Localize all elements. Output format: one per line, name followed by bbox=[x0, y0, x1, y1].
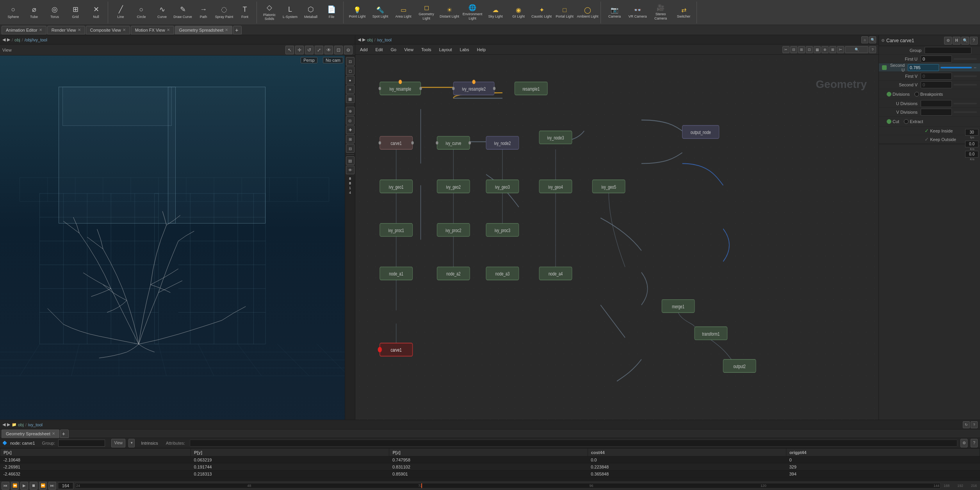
nav-back-btn[interactable]: ◀ bbox=[2, 37, 5, 42]
spreadsheet-group-input[interactable] bbox=[58, 440, 105, 447]
tab-animation-editor[interactable]: Animation Editor ✕ bbox=[2, 26, 46, 34]
tab-geometry-spreadsheet-close[interactable]: ✕ bbox=[225, 28, 228, 32]
circle-tool[interactable]: ○ Circle bbox=[131, 2, 151, 23]
select-tool-btn[interactable]: ↖ bbox=[285, 46, 294, 54]
rotate-tool-btn[interactable]: ↺ bbox=[305, 46, 314, 54]
lighting-btn[interactable]: ☀ bbox=[346, 85, 355, 94]
breakpoints-radio[interactable] bbox=[914, 92, 919, 97]
table-row[interactable]: -2.26981 0.191744 0.831102 0.223848 329 bbox=[0, 463, 980, 470]
timeline-stop-btn[interactable]: ⏹ bbox=[30, 482, 37, 490]
display-mode-btn[interactable]: ⊡ bbox=[346, 57, 355, 66]
col-origpt[interactable]: origpt44 bbox=[786, 449, 980, 456]
node-tool-7[interactable]: ⊠ bbox=[829, 46, 836, 53]
node-tool-3[interactable]: ⊞ bbox=[798, 46, 805, 53]
first-v-slider[interactable] bbox=[953, 75, 977, 77]
environment-light-tool[interactable]: 🌐 Environment Light bbox=[461, 2, 484, 23]
render-region-btn[interactable]: ▤ bbox=[346, 156, 355, 165]
tab-geometry-spreadsheet-bottom[interactable]: Geometry Spreadsheet ✕ bbox=[2, 429, 59, 438]
spreadsheet-help[interactable]: ? bbox=[971, 439, 978, 447]
line-tool[interactable]: ╱ Line bbox=[110, 2, 131, 23]
second-u-input[interactable] bbox=[908, 64, 939, 71]
col-py[interactable]: P[y] bbox=[191, 449, 389, 456]
grid-tool[interactable]: ⊞ Grid bbox=[65, 2, 86, 23]
menu-labs[interactable]: Labs bbox=[458, 46, 472, 53]
spreadsheet-view-dropdown[interactable]: ▼ bbox=[128, 439, 135, 447]
bottom-refresh-btn[interactable]: ↻ bbox=[963, 421, 970, 428]
node-help-btn[interactable]: ? bbox=[869, 46, 876, 53]
hud-btn[interactable]: ⊞ bbox=[346, 135, 355, 143]
keep-outside-check[interactable]: ✓ bbox=[925, 136, 929, 142]
timeline-play-btn[interactable]: ▶ bbox=[20, 482, 28, 490]
bottom-nav-back[interactable]: ◀ bbox=[2, 422, 5, 427]
menu-view[interactable]: View bbox=[402, 46, 416, 53]
table-row[interactable]: -2.10648 0.063219 0.747958 0.0 0 bbox=[0, 456, 980, 463]
node-home-btn[interactable]: ⌂ bbox=[861, 36, 868, 43]
node-search-btn[interactable]: 🔍 bbox=[869, 36, 876, 43]
path-tool[interactable]: → Path bbox=[193, 2, 214, 23]
stereo-camera-tool[interactable]: 🎥 Stereo Camera bbox=[649, 2, 672, 23]
bg-btn[interactable]: ▦ bbox=[346, 95, 355, 103]
cut-radio[interactable] bbox=[887, 119, 891, 124]
file-tool[interactable]: 📄 File bbox=[321, 2, 342, 23]
gi-light-tool[interactable]: ◉ GI Light bbox=[507, 2, 530, 23]
tab-animation-editor-close[interactable]: ✕ bbox=[39, 28, 42, 32]
vis-tool-btn[interactable]: 👁 bbox=[324, 46, 333, 54]
tube-tool[interactable]: ⌀ Tube bbox=[24, 2, 44, 23]
switcher-tool[interactable]: ⇄ Switcher bbox=[672, 2, 695, 23]
first-u-slider[interactable] bbox=[953, 58, 977, 60]
handles-btn[interactable]: ✚ bbox=[346, 125, 355, 134]
timeline-track[interactable]: 24 48 72 96 120 144 bbox=[75, 483, 941, 488]
menu-add[interactable]: Add bbox=[358, 46, 370, 53]
keep-outside-label[interactable]: ✓ Keep Outside bbox=[925, 136, 956, 142]
second-u-slider[interactable] bbox=[941, 67, 972, 68]
node-tool-5[interactable]: ▦ bbox=[814, 46, 821, 53]
metaball-tool[interactable]: ⬡ Metaball bbox=[301, 2, 321, 23]
second-u-checkbox[interactable] bbox=[882, 65, 887, 70]
node-tool-6[interactable]: ⊕ bbox=[821, 46, 829, 53]
tab-composite-view-close[interactable]: ✕ bbox=[123, 28, 126, 32]
table-row[interactable]: -2.46632 0.218313 0.85901 0.365848 394 bbox=[0, 470, 980, 477]
node-tool-1[interactable]: ✂ bbox=[782, 46, 789, 53]
tab-motion-fx-view[interactable]: Motion FX View ✕ bbox=[131, 26, 174, 34]
snap-btn[interactable]: ⊕ bbox=[346, 107, 355, 115]
null-tool[interactable]: ✕ Null bbox=[86, 2, 106, 23]
v-divisions-input[interactable] bbox=[921, 109, 952, 116]
sphere-tool[interactable]: ○ Sphere bbox=[3, 2, 23, 23]
first-u-input[interactable] bbox=[921, 55, 952, 63]
spreadsheet-intrinsics[interactable]: Intrinsics bbox=[141, 441, 158, 445]
fullscreen-btn[interactable]: ⊖ bbox=[344, 46, 353, 54]
sky-light-tool[interactable]: ☁ Sky Light bbox=[484, 2, 507, 23]
geometry-light-tool[interactable]: ◻ Geometry Light bbox=[415, 2, 438, 23]
persp-label[interactable]: Persp bbox=[301, 57, 317, 63]
node-tool-2[interactable]: ⊟ bbox=[790, 46, 797, 53]
timeline-marker[interactable] bbox=[421, 483, 422, 488]
nocam-label[interactable]: No cam bbox=[323, 57, 343, 63]
u-divisions-input[interactable] bbox=[921, 100, 952, 107]
tab-geo-spread-close[interactable]: ✕ bbox=[52, 431, 55, 436]
draw-curve-tool[interactable]: ✎ Draw Curve bbox=[173, 2, 193, 23]
tab-add-bottom[interactable]: + bbox=[60, 429, 69, 438]
timeline-end-btn[interactable]: ⏭ bbox=[48, 482, 56, 490]
group-input[interactable] bbox=[925, 47, 971, 54]
wireframe-btn[interactable]: ◻ bbox=[346, 66, 355, 75]
props-gear-btn[interactable]: ⚙ bbox=[944, 37, 952, 45]
first-v-input[interactable] bbox=[921, 73, 952, 80]
vr-camera-tool[interactable]: 👓 VR Camera bbox=[626, 2, 649, 23]
spreadsheet-settings[interactable]: ⚙ bbox=[960, 439, 968, 447]
breakpoints-radio-label[interactable]: Breakpoints bbox=[914, 92, 943, 97]
curve-tool[interactable]: ∿ Curve bbox=[152, 2, 172, 23]
point-light-tool[interactable]: 💡 Point Light bbox=[346, 2, 369, 23]
second-v-slider[interactable] bbox=[953, 84, 977, 86]
timeline-next-btn[interactable]: ⏩ bbox=[39, 482, 47, 490]
divisions-radio-label[interactable]: Divisions bbox=[887, 92, 910, 97]
area-light-tool[interactable]: ▭ Area Light bbox=[392, 2, 415, 23]
node-tool-4[interactable]: ⊡ bbox=[806, 46, 813, 53]
camera-tool[interactable]: 📷 Camera bbox=[603, 2, 626, 23]
props-h-btn[interactable]: H bbox=[953, 37, 960, 45]
node-nav-back[interactable]: ◀ bbox=[358, 37, 361, 42]
sop-vis-btn[interactable]: 👁 bbox=[346, 166, 355, 174]
bottom-help-btn[interactable]: ? bbox=[971, 421, 978, 428]
safe-frame-btn[interactable]: ⊟ bbox=[346, 144, 355, 153]
pivot-btn[interactable]: ◎ bbox=[346, 116, 355, 125]
props-search-btn[interactable]: 🔍 bbox=[961, 37, 969, 45]
